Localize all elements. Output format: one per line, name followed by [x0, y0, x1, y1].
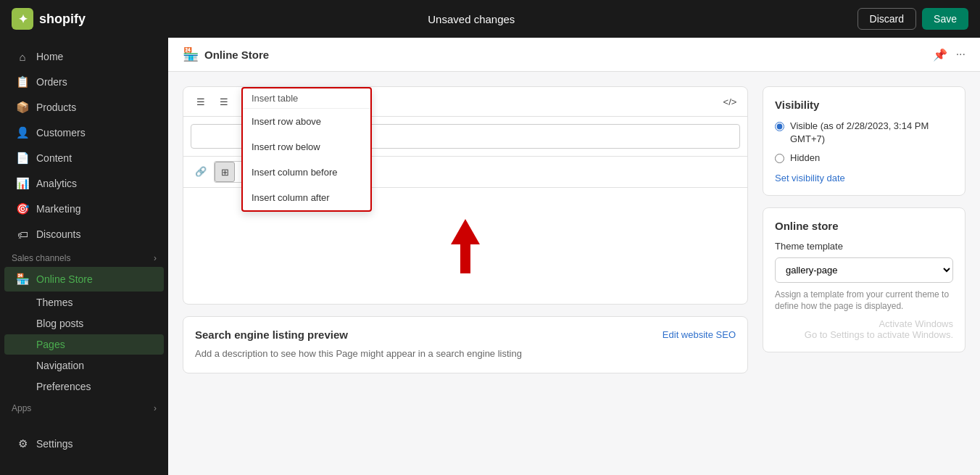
- seo-header: Search engine listing preview Edit websi…: [195, 329, 736, 341]
- visible-option[interactable]: Visible (as of 2/28/2023, 3:14 PM GMT+7): [775, 120, 953, 146]
- content-header-title: Online Store: [204, 49, 269, 61]
- sidebar-item-content[interactable]: 📄 Content: [4, 146, 164, 170]
- insert-column-before-label: Insert column before: [252, 167, 338, 178]
- sidebar-sub-label-themes: Themes: [36, 297, 73, 308]
- sidebar-sub-themes[interactable]: Themes: [4, 292, 164, 313]
- arrow-head: [451, 219, 480, 244]
- hidden-radio[interactable]: [775, 154, 784, 163]
- topbar-actions: Discard Save: [858, 8, 968, 30]
- visible-label: Visible (as of 2/28/2023, 3:14 PM GMT+7): [790, 120, 953, 146]
- topbar-title: Unsaved changes: [428, 13, 515, 25]
- seo-description: Add a description to see how this Page m…: [195, 347, 736, 361]
- sidebar-label-customers: Customers: [36, 127, 86, 139]
- pin-icon[interactable]: 📌: [933, 48, 947, 62]
- settings-icon: ⚙: [16, 437, 29, 450]
- sidebar-label-content: Content: [36, 152, 72, 164]
- insert-row-below-item[interactable]: Insert row below: [243, 134, 370, 160]
- apps-label: Apps: [12, 403, 31, 413]
- table-button[interactable]: ⊞: [215, 162, 235, 182]
- activate-windows-watermark: Activate Windows Go to Settings to activ…: [775, 318, 953, 340]
- sidebar-label-products: Products: [36, 102, 76, 113]
- sidebar-sub-preferences[interactable]: Preferences: [4, 376, 164, 397]
- insert-table-item[interactable]: Insert table: [243, 88, 370, 109]
- analytics-icon: 📊: [16, 177, 29, 190]
- code-button[interactable]: </>: [720, 91, 740, 112]
- seo-title: Search engine listing preview: [195, 329, 348, 341]
- sidebar-item-home[interactable]: ⌂ Home: [4, 44, 164, 69]
- sidebar-item-discounts[interactable]: 🏷 Discounts: [4, 222, 164, 247]
- content-icon: 📄: [16, 152, 29, 165]
- sidebar-label-orders: Orders: [36, 76, 67, 88]
- sidebar-item-marketing[interactable]: 🎯 Marketing: [4, 197, 164, 221]
- insert-row-above-label: Insert row above: [252, 116, 321, 127]
- sidebar-label-discounts: Discounts: [36, 228, 80, 240]
- visible-radio[interactable]: [775, 122, 784, 131]
- sidebar-sub-pages[interactable]: Pages: [4, 334, 164, 355]
- insert-row-above-item[interactable]: Insert row above: [243, 109, 370, 134]
- products-icon: 📦: [16, 101, 29, 114]
- sidebar-sub-label-navigation: Navigation: [36, 360, 84, 371]
- store-icon: 🏪: [183, 46, 199, 62]
- content-header: 🏪 Online Store 📌 ···: [168, 38, 980, 72]
- marketing-icon: 🎯: [16, 202, 29, 215]
- insert-column-after-item[interactable]: Insert column after: [243, 185, 370, 210]
- online-store-panel-title: Online store: [775, 220, 953, 232]
- apps-section: Apps ›: [0, 397, 168, 416]
- list-unordered-button[interactable]: ☰: [191, 91, 211, 112]
- sidebar-item-products[interactable]: 📦 Products: [4, 95, 164, 120]
- theme-template-select[interactable]: gallery-page: [775, 257, 953, 283]
- hidden-option[interactable]: Hidden: [775, 152, 953, 165]
- insert-row-below-label: Insert row below: [252, 141, 320, 152]
- sidebar-sub-label-blog-posts: Blog posts: [36, 318, 83, 329]
- sidebar-label-online-store: Online Store: [36, 273, 93, 285]
- insert-column-before-item[interactable]: Insert column before: [243, 160, 370, 185]
- sales-channels-section: Sales channels ›: [0, 247, 168, 266]
- sidebar-label-home: Home: [36, 51, 63, 62]
- sidebar-sub-label-pages: Pages: [36, 339, 65, 350]
- apps-chevron-icon: ›: [154, 403, 157, 413]
- online-store-panel: Online store Theme template gallery-page…: [763, 207, 966, 353]
- customers-icon: 👤: [16, 126, 29, 139]
- sidebar-item-settings[interactable]: ⚙ Settings: [4, 431, 164, 456]
- home-icon: ⌂: [16, 50, 29, 63]
- content-area: 🏪 Online Store 📌 ··· Insert table: [168, 38, 980, 475]
- arrow-shaft: [460, 244, 470, 273]
- sidebar-item-online-store[interactable]: 🏪 Online Store: [4, 267, 164, 292]
- set-visibility-date-link[interactable]: Set visibility date: [775, 173, 953, 183]
- theme-description: Assign a template from your current them…: [775, 289, 953, 313]
- visibility-card: Visibility Visible (as of 2/28/2023, 3:1…: [763, 86, 966, 196]
- table-dropdown-menu: Insert table Insert row above Insert row…: [241, 87, 372, 212]
- list-ordered-button[interactable]: ☰: [214, 91, 234, 112]
- chevron-right-icon: ›: [154, 253, 157, 263]
- sidebar-item-customers[interactable]: 👤 Customers: [4, 120, 164, 145]
- editor-card: Insert table Insert row above Insert row…: [183, 86, 748, 305]
- sidebar-item-orders[interactable]: 📋 Orders: [4, 70, 164, 94]
- discounts-icon: 🏷: [16, 228, 29, 241]
- logo-text: shopify: [39, 12, 86, 27]
- insert-table-label: Insert table: [252, 93, 298, 104]
- visibility-title: Visibility: [775, 99, 953, 111]
- sidebar-label-settings: Settings: [36, 438, 73, 450]
- sidebar-item-analytics[interactable]: 📊 Analytics: [4, 171, 164, 196]
- visibility-radio-group: Visible (as of 2/28/2023, 3:14 PM GMT+7)…: [775, 120, 953, 165]
- hidden-label: Hidden: [790, 152, 820, 165]
- link-button[interactable]: 🔗: [191, 161, 211, 181]
- discard-button[interactable]: Discard: [858, 8, 916, 30]
- orders-icon: 📋: [16, 75, 29, 88]
- sidebar-sub-navigation[interactable]: Navigation: [4, 355, 164, 376]
- sidebar-sub-label-preferences: Preferences: [36, 381, 91, 392]
- sidebar-sub-blog-posts[interactable]: Blog posts: [4, 313, 164, 334]
- topbar: ✦ shopify Unsaved changes Discard Save: [0, 0, 980, 38]
- online-store-icon: 🏪: [16, 273, 29, 286]
- logo: ✦ shopify: [12, 8, 86, 30]
- more-options-icon[interactable]: ···: [956, 48, 966, 61]
- sidebar-label-marketing: Marketing: [36, 203, 80, 215]
- content-header-right: 📌 ···: [933, 48, 966, 62]
- up-arrow-indicator: [451, 219, 480, 273]
- save-button[interactable]: Save: [922, 8, 968, 30]
- page-content: Insert table Insert row above Insert row…: [168, 72, 980, 388]
- sales-channels-label: Sales channels: [12, 253, 70, 263]
- edit-seo-link[interactable]: Edit website SEO: [663, 329, 736, 340]
- editor-section: Insert table Insert row above Insert row…: [183, 86, 748, 373]
- sidebar: ⌂ Home 📋 Orders 📦 Products 👤 Customers 📄…: [0, 38, 168, 475]
